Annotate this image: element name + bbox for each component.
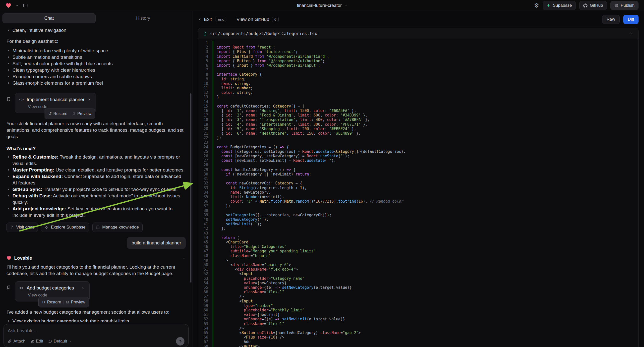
code-line: 58 <Input xyxy=(198,299,638,304)
list-item: Clean typography with clear hierarchies xyxy=(6,67,186,74)
code-text: }; xyxy=(212,204,638,208)
attach-button[interactable]: Attach xyxy=(8,339,26,344)
code-line: 8interface Category { xyxy=(198,72,638,77)
code-text xyxy=(212,100,638,104)
chat-tabs: Chat History xyxy=(0,11,192,24)
code-line: 2import React from 'react'; xyxy=(198,45,638,50)
supabase-button[interactable]: Supabase xyxy=(543,1,576,10)
code-line: 36 color: '#' + Math.floor(Math.random()… xyxy=(198,199,638,204)
next-steps-list: Refine & Customize: Tweak the design, an… xyxy=(6,154,186,218)
chat-bubble-icon xyxy=(48,340,52,343)
project-menu[interactable]: financial-future-creator xyxy=(297,0,347,11)
line-number: 38 xyxy=(198,208,212,213)
code-line: 47 subtitle="Manage your spending limits… xyxy=(198,249,638,254)
code-text: className="h-auto" xyxy=(212,254,638,258)
code-text: onChange={(e) => setNewCategory(e.target… xyxy=(212,285,638,290)
assistant-header: Lovable xyxy=(6,255,186,261)
code-text: > xyxy=(212,258,638,262)
topbar: financial-future-creator ⚙ Supabase GitH… xyxy=(0,0,644,11)
line-number: 44 xyxy=(198,236,212,240)
lovable-app: financial-future-creator ⚙ Supabase GitH… xyxy=(0,0,644,347)
line-number: 17 xyxy=(198,113,212,118)
line-number: 11 xyxy=(198,86,212,90)
line-number: 46 xyxy=(198,244,212,249)
line-number: 14 xyxy=(198,100,212,104)
line-number: 66 xyxy=(198,335,212,340)
chat-messages[interactable]: Clean, intuitive navigation For the desi… xyxy=(0,24,192,322)
code-icon: <> xyxy=(19,285,24,291)
restore-icon: ↺ xyxy=(42,299,45,306)
code-line: 57 /> xyxy=(198,294,638,299)
preview-button[interactable]: Preview xyxy=(70,110,94,118)
tab-history[interactable]: History xyxy=(96,14,190,23)
code-text: ]; xyxy=(212,136,638,140)
chat-input[interactable] xyxy=(8,328,184,334)
message-menu-icon[interactable] xyxy=(181,256,186,260)
code-line: 67 Add xyxy=(198,340,638,344)
code-line: 66 <Plus size={16} /> xyxy=(198,335,638,340)
line-number: 22 xyxy=(198,136,212,140)
preview-button[interactable]: Preview xyxy=(64,298,88,306)
line-number: 7 xyxy=(198,68,212,72)
chevron-down-icon[interactable] xyxy=(16,4,19,7)
code-text: <Input xyxy=(212,272,638,276)
list-item: Soft, neutral color palette with light b… xyxy=(6,60,186,67)
code-header: Exit esc View on GitHub 6 Raw Diff xyxy=(192,11,644,28)
line-number: 37 xyxy=(198,204,212,208)
line-number: 18 xyxy=(198,118,212,122)
code-text: setCategories([...categories, newCategor… xyxy=(212,213,638,217)
restore-button[interactable]: ↺ Restore xyxy=(40,298,63,306)
bookmark-icon[interactable] xyxy=(6,97,11,101)
code-line: 62 onChange={(e) => setNewLimit(e.target… xyxy=(198,317,638,321)
line-number: 67 xyxy=(198,340,212,344)
line-number: 35 xyxy=(198,195,212,199)
visit-docs-button[interactable]: Visit docs xyxy=(6,222,38,232)
mode-select[interactable]: Default xyxy=(48,339,72,344)
version-card[interactable]: <> Add budget categories View code ↺ Res… xyxy=(15,281,90,302)
code-text: { id: '5', name: 'Shopping', limit: 200,… xyxy=(212,127,638,131)
code-line: 45 <ChartCard xyxy=(198,240,638,244)
list-item: Clean, intuitive navigation xyxy=(6,27,186,34)
line-number: 56 xyxy=(198,290,212,294)
user-message: build a financial planner xyxy=(127,237,186,249)
raw-button[interactable]: Raw xyxy=(602,15,620,24)
collapse-chevron-up-icon[interactable] xyxy=(630,32,633,35)
edit-button[interactable]: Edit xyxy=(30,339,43,344)
github-button[interactable]: GitHub xyxy=(579,1,607,10)
settings-gear-icon[interactable]: ⚙ xyxy=(534,2,539,9)
bookmark-icon[interactable] xyxy=(6,285,11,290)
restore-button[interactable]: ↺ Restore xyxy=(46,110,70,118)
chevron-down-icon xyxy=(69,340,72,343)
send-button[interactable] xyxy=(176,337,184,346)
esc-key-badge: esc xyxy=(216,17,226,22)
sidebar-toggle-icon[interactable] xyxy=(23,3,28,8)
code-text: { id: '1', name: 'Housing', limit: 1500,… xyxy=(212,108,638,113)
publish-label: Publish xyxy=(620,3,634,8)
diff-button[interactable]: Diff xyxy=(623,15,638,24)
code-text: /> xyxy=(212,294,638,299)
line-number: 24 xyxy=(198,145,212,149)
external-link-icon xyxy=(66,300,69,304)
version-card[interactable]: <> Implement financial planner View code… xyxy=(15,93,96,113)
chat-scrollbar[interactable] xyxy=(190,93,192,282)
code-editor[interactable]: 12import React from 'react';3import { Pl… xyxy=(198,39,638,347)
code-line: 17 { id: '2', name: 'Food & Dining', lim… xyxy=(198,113,638,118)
exit-button[interactable]: Exit xyxy=(198,17,212,22)
scrolled-list: Clean, intuitive navigation xyxy=(6,27,186,34)
code-line: 55 onChange={(e) => setNewCategory(e.tar… xyxy=(198,285,638,290)
edit-label: Edit xyxy=(36,339,43,344)
line-number: 8 xyxy=(198,72,212,77)
line-number: 32 xyxy=(198,181,212,186)
code-line: 22]; xyxy=(198,136,638,140)
manage-knowledge-button[interactable]: Manage knowledge xyxy=(92,222,142,232)
file-header[interactable]: src/components/budget/BudgetCategories.t… xyxy=(198,28,638,39)
lovable-logo-icon[interactable] xyxy=(6,2,12,8)
line-number: 6 xyxy=(198,63,212,68)
explore-supabase-button[interactable]: Explore Supabase xyxy=(41,222,89,232)
tab-chat[interactable]: Chat xyxy=(2,14,96,23)
publish-button[interactable]: Publish xyxy=(610,1,638,10)
view-on-github-link[interactable]: View on GitHub 6 xyxy=(236,17,278,22)
topbar-right: ⚙ Supabase GitHub Publish xyxy=(534,1,638,10)
preview-label: Preview xyxy=(71,299,85,306)
code-text xyxy=(212,40,638,45)
